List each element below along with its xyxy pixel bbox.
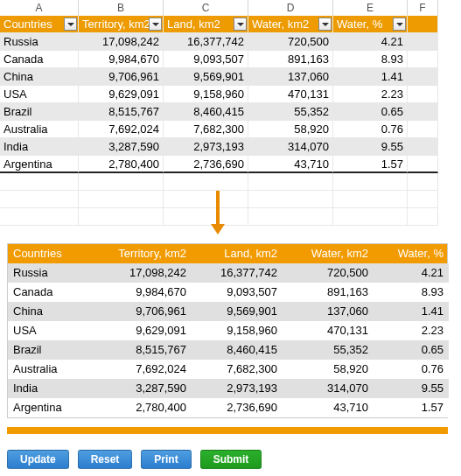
cell-country[interactable]: China [0,68,79,86]
pcell-country: USA [8,321,87,340]
print-button[interactable]: Print [141,450,191,469]
cell-water[interactable]: 470,131 [248,86,333,103]
cell-waterpct[interactable]: 0.65 [333,103,408,121]
pcell-waterpct: 0.76 [374,360,449,379]
cell-country[interactable]: India [0,138,79,156]
cell-territory[interactable]: 17,098,242 [79,33,164,51]
col-header[interactable]: A [0,0,79,17]
cell-waterpct[interactable]: 2.23 [333,86,408,103]
pcell-waterpct: 2.23 [374,321,449,340]
col-header[interactable]: F [408,0,438,17]
cell-land[interactable]: 7,682,300 [164,121,248,138]
th-countries[interactable]: Countries [0,16,79,33]
th-waterpct[interactable]: Water, % [333,16,408,33]
preview-row: USA9,629,0919,158,960470,1312.23 [8,321,447,340]
th-water[interactable]: Water, km2 [248,16,333,33]
preview-row: Australia7,692,0247,682,30058,9200.76 [8,360,447,379]
cell-water[interactable]: 891,163 [248,51,333,68]
preview-table: Countries Territory, km2 Land, km2 Water… [7,243,448,418]
th-land[interactable]: Land, km2 [164,16,248,33]
empty-cell[interactable] [408,121,438,138]
accent-bar [7,427,448,434]
pcell-water: 58,920 [283,360,374,379]
cell-land[interactable]: 16,377,742 [164,33,248,51]
empty-cell[interactable] [408,138,438,156]
filter-icon[interactable] [64,18,77,31]
preview-row: Argentina2,780,4002,736,69043,7101.57 [8,398,447,417]
th-territory[interactable]: Territory, km2 [79,16,164,33]
cell-land[interactable]: 9,158,960 [164,86,248,103]
cell-land[interactable]: 2,736,690 [164,156,248,173]
pcell-water: 891,163 [283,283,374,302]
preview-row: China9,706,9619,569,901137,0601.41 [8,302,447,321]
cell-territory[interactable]: 9,706,961 [79,68,164,86]
cell-waterpct[interactable]: 9.55 [333,138,408,156]
pcell-country: India [8,379,87,398]
col-header[interactable]: C [164,0,248,17]
filter-icon[interactable] [234,18,247,31]
pth-water: Water, km2 [283,244,374,262]
update-button[interactable]: Update [7,450,69,469]
pth-waterpct: Water, % [374,244,449,262]
cell-territory[interactable]: 7,692,024 [79,121,164,138]
pcell-land: 8,460,415 [192,340,283,360]
preview-row: India3,287,5902,973,193314,0709.55 [8,379,447,398]
preview-row: Russia17,098,24216,377,742720,5004.21 [8,263,447,283]
col-header[interactable]: E [333,0,408,17]
cell-water[interactable]: 137,060 [248,68,333,86]
pcell-water: 314,070 [283,379,374,398]
column-headers: A B C D E F [0,0,461,16]
pcell-country: Russia [8,263,87,283]
cell-territory[interactable]: 2,780,400 [79,156,164,173]
col-header[interactable]: B [79,0,164,17]
cell-land[interactable]: 9,569,901 [164,68,248,86]
cell-country[interactable]: Australia [0,121,79,138]
empty-cell[interactable] [408,16,438,33]
excel-header-row: Countries Territory, km2 Land, km2 Water… [0,16,461,33]
empty-cell[interactable] [408,33,438,51]
pcell-territory: 9,984,670 [87,283,192,302]
empty-cell[interactable] [408,156,438,173]
cell-water[interactable]: 314,070 [248,138,333,156]
pcell-land: 2,973,193 [192,379,283,398]
cell-water[interactable]: 55,352 [248,103,333,121]
table-row: Russia17,098,24216,377,742720,5004.21 [0,33,461,51]
cell-waterpct[interactable]: 1.41 [333,68,408,86]
cell-water[interactable]: 43,710 [248,156,333,173]
cell-water[interactable]: 58,920 [248,121,333,138]
col-header[interactable]: D [248,0,333,17]
table-row: USA9,629,0919,158,960470,1312.23 [0,86,461,103]
cell-country[interactable]: USA [0,86,79,103]
pcell-country: Canada [8,283,87,302]
cell-water[interactable]: 720,500 [248,33,333,51]
cell-country[interactable]: Russia [0,33,79,51]
cell-land[interactable]: 8,460,415 [164,103,248,121]
cell-country[interactable]: Canada [0,51,79,68]
cell-territory[interactable]: 9,629,091 [79,86,164,103]
submit-button[interactable]: Submit [200,450,262,469]
cell-land[interactable]: 2,973,193 [164,138,248,156]
empty-cell[interactable] [408,51,438,68]
empty-cell[interactable] [408,103,438,121]
filter-icon[interactable] [149,18,162,31]
cell-waterpct[interactable]: 1.57 [333,156,408,173]
pcell-territory: 2,780,400 [87,398,192,417]
pth-territory: Territory, km2 [87,244,192,262]
cell-waterpct[interactable]: 8.93 [333,51,408,68]
filter-icon[interactable] [318,18,332,31]
cell-waterpct[interactable]: 4.21 [333,33,408,51]
pcell-water: 720,500 [283,263,374,283]
pth-land: Land, km2 [192,244,283,262]
cell-country[interactable]: Brazil [0,103,79,121]
cell-land[interactable]: 9,093,507 [164,51,248,68]
empty-cell[interactable] [408,68,438,86]
reset-button[interactable]: Reset [78,450,133,469]
cell-territory[interactable]: 9,984,670 [79,51,164,68]
cell-country[interactable]: Argentina [0,156,79,173]
cell-territory[interactable]: 3,287,590 [79,138,164,156]
filter-icon[interactable] [393,18,406,31]
pcell-water: 43,710 [283,398,374,417]
cell-waterpct[interactable]: 0.76 [333,121,408,138]
cell-territory[interactable]: 8,515,767 [79,103,164,121]
empty-cell[interactable] [408,86,438,103]
